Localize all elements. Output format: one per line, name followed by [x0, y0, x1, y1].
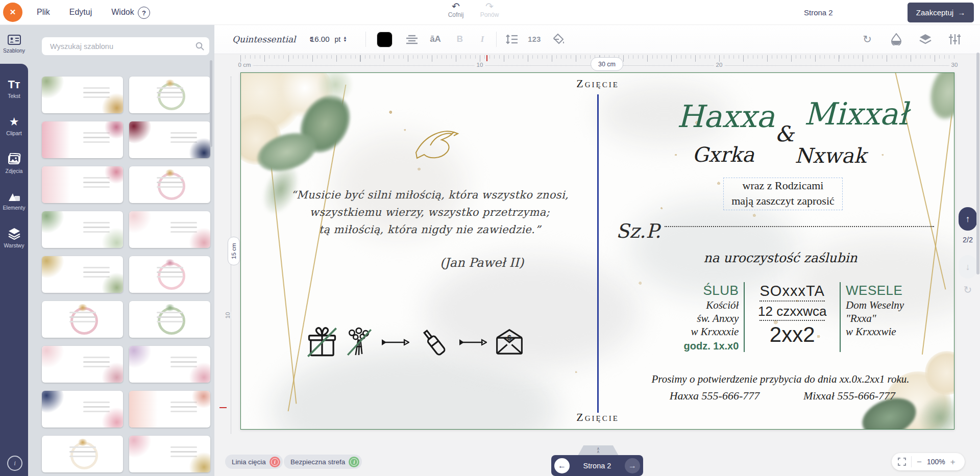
- zoom-value: 100%: [927, 458, 945, 466]
- template-thumbnail[interactable]: [42, 346, 123, 383]
- bouquet-crossed-icon: [345, 325, 374, 359]
- rotate-button[interactable]: ↻: [861, 33, 873, 45]
- settings-button[interactable]: [948, 33, 961, 45]
- menu-item-edytuj[interactable]: Edytuj: [69, 8, 92, 17]
- fold-label-top: Zgięcie: [557, 77, 639, 90]
- search-input[interactable]: [49, 42, 195, 51]
- editor-window: ✕ Plik Edytuj Widok ? ↶ Cofnij ↷ Ponów S…: [0, 0, 980, 476]
- ordered-list-button[interactable]: 123: [527, 32, 542, 47]
- undo-button[interactable]: ↶ Cofnij: [442, 2, 470, 18]
- line-height-button[interactable]: [504, 32, 520, 47]
- previous-page-float-button[interactable]: ↑: [959, 207, 977, 231]
- font-size-control[interactable]: 16.00 pt ▲▼: [310, 35, 347, 43]
- template-thumbnail[interactable]: [129, 301, 210, 338]
- accept-button[interactable]: Zaakceptuj →: [908, 3, 974, 22]
- dove-icon[interactable]: [411, 124, 460, 167]
- arrow-down-icon: ↓: [966, 262, 970, 272]
- undo-icon: ↶: [452, 2, 460, 11]
- template-thumbnail[interactable]: [129, 121, 210, 158]
- template-thumbnail[interactable]: [129, 166, 210, 203]
- safe-zone-info-icon[interactable]: i: [349, 457, 359, 467]
- panel-scrollbar[interactable]: [210, 60, 212, 147]
- font-size-value: 16.00: [310, 35, 330, 43]
- menu-item-plik[interactable]: Plik: [37, 8, 50, 17]
- template-thumbnail[interactable]: [42, 166, 123, 203]
- page-indicator: 2/2: [959, 236, 977, 244]
- main-scrollbar[interactable]: [976, 53, 979, 274]
- template-thumbnail[interactable]: [129, 436, 210, 472]
- sidebar-label: Warstwy: [4, 242, 24, 248]
- fill-color-button[interactable]: [551, 32, 567, 47]
- sidebar-item-tekst[interactable]: Tт Tekst: [0, 70, 28, 107]
- zoom-in-button[interactable]: +: [950, 458, 955, 466]
- sidebar-item-zdjecia[interactable]: Zdjęcia: [0, 145, 28, 182]
- bold-button[interactable]: B: [452, 32, 468, 47]
- menu-item-widok[interactable]: Widok: [111, 8, 134, 17]
- previous-page-button[interactable]: ←: [554, 458, 570, 473]
- layers-order-button[interactable]: [919, 33, 932, 45]
- details-columns[interactable]: ŚLUB Kościół św. Anxxy w Krxxxxie godz. …: [677, 282, 921, 352]
- sidebar-item-szablony[interactable]: Szablony: [0, 26, 28, 62]
- letter-spacing-button[interactable]: āA: [428, 32, 443, 47]
- next-page-button[interactable]: →: [625, 458, 640, 473]
- canvas-width-badge: 30 cm: [591, 57, 623, 71]
- template-thumbnail[interactable]: [129, 77, 210, 113]
- bride-phone[interactable]: Haxxa 555-666-777: [648, 389, 781, 403]
- template-thumbnail[interactable]: [42, 121, 123, 158]
- italic-button[interactable]: I: [475, 32, 490, 47]
- gift-crossed-icon: [306, 325, 338, 359]
- next-page-float-button[interactable]: ↓: [959, 255, 977, 279]
- zoom-out-button[interactable]: −: [917, 458, 922, 466]
- cut-line-toggle[interactable]: Linia cięcia i: [225, 455, 283, 469]
- text-color-swatch[interactable]: [377, 32, 393, 47]
- quote-attribution[interactable]: (Jan Paweł II): [421, 256, 543, 270]
- wesele-title: WESELE: [846, 282, 921, 298]
- reload-page-button[interactable]: ↻: [959, 284, 977, 296]
- template-thumbnail[interactable]: [42, 436, 123, 472]
- groom-phone[interactable]: Mixxał 555-666-777: [783, 389, 916, 403]
- template-thumbnail[interactable]: [42, 391, 123, 428]
- guest-prefix[interactable]: Sz.P.: [616, 220, 661, 242]
- sidebar: Szablony Tт Tekst ★ Clipart Zdjęcia Elem…: [0, 24, 28, 476]
- top-bar: ✕ Plik Edytuj Widok ? ↶ Cofnij ↷ Ponów S…: [0, 0, 980, 25]
- template-thumbnail[interactable]: [42, 301, 123, 338]
- sidebar-label: Clipart: [6, 130, 21, 136]
- arrow-icon: [458, 337, 487, 348]
- invite-text-box-selected[interactable]: wraz z Rodzicami mają zaszczyt zaprosić: [723, 178, 843, 210]
- groom-first-name[interactable]: Mixxał: [779, 98, 933, 129]
- ceremony-line[interactable]: na uroczystość zaślubin: [678, 250, 883, 265]
- ruler-label: 20: [714, 62, 725, 68]
- template-thumbnail[interactable]: [129, 346, 210, 383]
- template-thumbnail[interactable]: [42, 77, 123, 113]
- template-thumbnail[interactable]: [129, 391, 210, 428]
- opacity-button[interactable]: [890, 33, 902, 45]
- cut-line-info-icon[interactable]: i: [270, 457, 280, 467]
- info-icon[interactable]: i: [7, 456, 22, 471]
- safe-zone-toggle[interactable]: Bezpieczna strefa i: [284, 455, 362, 469]
- invitation-canvas[interactable]: Zgięcie Zgięcie “Musicie być silni miłoś…: [240, 72, 954, 430]
- ruler-label: 10: [475, 62, 485, 68]
- template-thumbnail[interactable]: [129, 211, 210, 248]
- groom-last-name[interactable]: Nxwak: [777, 145, 884, 166]
- align-center-button[interactable]: [404, 32, 420, 47]
- wishes-icons-row[interactable]: $: [306, 323, 536, 362]
- close-button[interactable]: ✕: [3, 3, 22, 22]
- quote-text[interactable]: “Musicie być silni miłością, która wszys…: [277, 186, 583, 238]
- svg-text:$: $: [507, 334, 511, 342]
- template-thumbnail[interactable]: [42, 256, 123, 293]
- help-icon[interactable]: ?: [138, 7, 150, 19]
- sidebar-item-clipart[interactable]: ★ Clipart: [0, 108, 28, 144]
- sidebar-item-elementy[interactable]: Elementy: [0, 182, 28, 219]
- template-thumbnail[interactable]: [42, 211, 123, 248]
- date-column: SOxxxTA 12 czxxwca 2xx2: [750, 282, 835, 352]
- bride-last-name[interactable]: Gxrka: [672, 144, 774, 165]
- redo-button[interactable]: ↷ Ponów: [476, 2, 503, 18]
- bold-icon: B: [457, 34, 463, 44]
- font-family-select[interactable]: Quintessential ▲▼: [232, 34, 313, 44]
- fit-screen-icon[interactable]: [898, 458, 906, 466]
- rsvp-line[interactable]: Prosimy o potwierdzenie przybycia do dni…: [632, 373, 928, 386]
- template-thumbnail[interactable]: [129, 256, 210, 293]
- sidebar-item-warstwy[interactable]: Warstwy: [0, 219, 28, 256]
- letter-spacing-icon: āA: [430, 34, 441, 44]
- expand-pages-tab[interactable]: ∧∧: [578, 445, 619, 456]
